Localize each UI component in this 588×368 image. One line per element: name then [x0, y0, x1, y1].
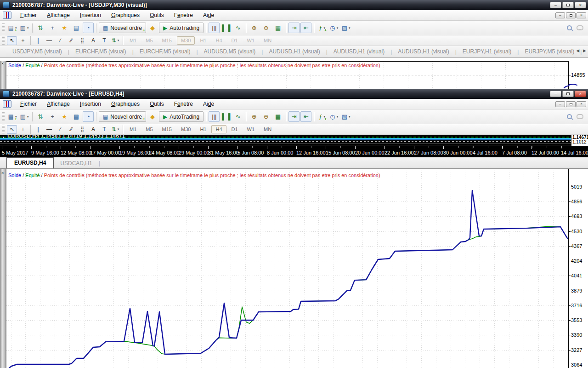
timeframe-d1[interactable]: D1 [227, 125, 242, 133]
menu-item-graphiques[interactable]: Graphiques [106, 11, 145, 20]
profiles-icon[interactable]: ▥▾ [19, 111, 30, 122]
tab-scroll-left-icon[interactable]: ◀ [576, 48, 579, 53]
price-axis[interactable]: 5019485646934530436742044041387937163553… [571, 169, 588, 368]
menu-item-fenetre[interactable]: Fenetre [169, 99, 198, 109]
chat-icon[interactable] [577, 114, 583, 119]
new-order-button[interactable]: ▤+Nouvel ordre [99, 23, 146, 33]
metaeditor-icon[interactable]: ◆ [147, 23, 158, 33]
close-button[interactable]: × [575, 2, 586, 8]
equidistant-channel-icon[interactable]: ∕∕ [66, 125, 76, 134]
menu-item-fenetre[interactable]: Fenetre [169, 11, 198, 20]
strategy-tester-icon[interactable]: ◔ [83, 23, 94, 33]
bar-chart-icon[interactable]: ||| [209, 23, 220, 33]
close-button[interactable]: × [575, 91, 586, 97]
chart-area-eurusd[interactable]: × Solde / Equité / Points de contrôle (m… [0, 169, 588, 368]
chart-tab-4[interactable]: AUDUSD,H1 (visual) [263, 46, 326, 58]
timeframe-m1[interactable]: M1 [125, 36, 141, 45]
restore-button[interactable] [562, 2, 574, 8]
menu-item-aide[interactable]: Aide [198, 99, 219, 109]
menu-item-outils[interactable]: Outils [145, 99, 169, 109]
chart-tab-2[interactable]: EURCHF,M5 (visual) [134, 46, 197, 58]
menu-item-affichage[interactable]: Affichage [42, 99, 75, 109]
navigator-icon[interactable]: ★ [59, 111, 70, 122]
timeframe-m30[interactable]: M30 [177, 125, 195, 133]
toolbar-drag-handle[interactable] [2, 36, 5, 45]
timeframe-h4[interactable]: H4 [211, 125, 226, 133]
strip-price-scale[interactable]: 1.14671 1.1012 [571, 135, 588, 146]
timeframe-h1[interactable]: H1 [196, 125, 210, 133]
metaeditor-icon[interactable]: ◆ [147, 111, 158, 122]
close-overlay-icon[interactable]: × [1, 62, 4, 66]
autoscroll-icon[interactable]: ⇥ [288, 111, 300, 122]
autotrading-button[interactable]: ▶AutoTrading [159, 23, 204, 33]
chart-tab-8[interactable]: EURJPY,M5 (visual) [519, 46, 580, 58]
child-close-button[interactable]: × [577, 12, 586, 18]
timeframe-mn[interactable]: MN [260, 125, 276, 133]
vertical-line-icon[interactable]: | [33, 36, 43, 45]
menu-item-affichage[interactable]: Affichage [42, 11, 75, 20]
candlestick-icon[interactable]: ▌▐ [220, 111, 232, 122]
titlebar[interactable]: 2100036787: Darwinex-Live - [EURUSD,H4] … [0, 89, 588, 99]
child-minimize-button[interactable]: – [555, 12, 565, 18]
chart-shift-icon[interactable]: ⇤ [300, 23, 311, 33]
line-chart-icon[interactable]: ∿ [232, 23, 243, 33]
trendline-icon[interactable]: ∕ [55, 36, 65, 45]
chart-tab-6[interactable]: AUDUSD,H1 (visual) [392, 46, 455, 58]
child-minimize-button[interactable]: – [555, 101, 565, 107]
new-order-button[interactable]: ▤+Nouvel ordre [99, 111, 146, 122]
line-chart-icon[interactable]: ∿ [232, 111, 243, 122]
equidistant-channel-icon[interactable]: ∕∕ [66, 36, 76, 45]
templates-icon[interactable]: ▧▾ [340, 111, 351, 122]
time-axis[interactable]: 5 May 20179 May 16:0012 May 08:0017 May … [0, 146, 588, 157]
data-window-icon[interactable]: + [47, 111, 58, 122]
child-restore-button[interactable] [566, 12, 576, 18]
tab-eurusd-h4[interactable]: EURUSD,H4 [6, 157, 54, 168]
market-watch-icon[interactable]: ⇅ [35, 23, 46, 33]
menu-item-fichier[interactable]: Fichier [15, 11, 42, 20]
timeframe-h1[interactable]: H1 [196, 36, 210, 45]
text-label-icon[interactable]: T [99, 125, 109, 134]
timeframe-m15[interactable]: M15 [158, 36, 176, 45]
arrows-icon[interactable]: ⇅▾ [110, 36, 120, 45]
terminal-icon[interactable]: ▤ [71, 111, 82, 122]
candlestick-icon[interactable]: ▌▐ [220, 23, 232, 33]
child-restore-button[interactable] [566, 101, 576, 107]
menu-item-graphiques[interactable]: Graphiques [106, 99, 145, 109]
zoom-out-icon[interactable]: ⊖ [260, 23, 271, 33]
titlebar[interactable]: 2100036787: Darwinex-Live - [USDJPY,M30 … [0, 0, 588, 10]
cursor-icon[interactable]: ↖ [7, 125, 17, 134]
horizontal-line-icon[interactable]: — [44, 125, 54, 134]
fibonacci-icon[interactable]: ⣿ [77, 125, 87, 134]
tile-windows-icon[interactable]: ▦ [272, 23, 283, 33]
autotrading-button[interactable]: ▶AutoTrading [159, 111, 204, 122]
timeframe-m1[interactable]: M1 [125, 125, 141, 133]
bar-chart-icon[interactable]: ||| [209, 111, 220, 122]
timeframe-w1[interactable]: W1 [243, 125, 259, 133]
menu-item-aide[interactable]: Aide [198, 11, 219, 20]
minimize-button[interactable]: – [550, 2, 561, 8]
new-chart-icon[interactable]: ▤+▾ [7, 111, 18, 122]
tab-usdcad-h1[interactable]: USDCAD,H1 [54, 158, 98, 168]
indicators-icon[interactable]: ƒ+▾ [317, 23, 328, 33]
chart-tab-3[interactable]: AUDUSD,M5 (visual) [198, 46, 262, 58]
menu-item-insertion[interactable]: Insertion [75, 11, 106, 20]
restore-button[interactable] [562, 91, 574, 97]
timeframe-m30[interactable]: M30 [177, 36, 195, 45]
search-icon[interactable] [567, 114, 572, 119]
periods-icon[interactable]: ◷▾ [328, 111, 339, 122]
tab-scroll-right-icon[interactable]: ▶ [583, 48, 586, 53]
toolbar-drag-handle[interactable] [2, 23, 5, 33]
cursor-icon[interactable]: ↖ [7, 36, 17, 45]
indicators-icon[interactable]: ƒ+▾ [317, 111, 328, 122]
templates-icon[interactable]: ▧▾ [340, 23, 351, 33]
timeframe-m15[interactable]: M15 [158, 125, 176, 133]
search-icon[interactable] [567, 25, 572, 30]
tile-windows-icon[interactable]: ▦ [272, 111, 283, 122]
chart-tab-7[interactable]: EURJPY,H1 (visual) [457, 46, 517, 58]
market-watch-icon[interactable]: ⇅ [35, 111, 46, 122]
profiles-icon[interactable]: ▥▾ [19, 23, 30, 33]
minimize-button[interactable]: – [550, 91, 561, 97]
strategy-tester-icon[interactable]: ◔ [83, 111, 94, 122]
periods-icon[interactable]: ◷▾ [328, 23, 339, 33]
trendline-icon[interactable]: ∕ [55, 125, 65, 134]
